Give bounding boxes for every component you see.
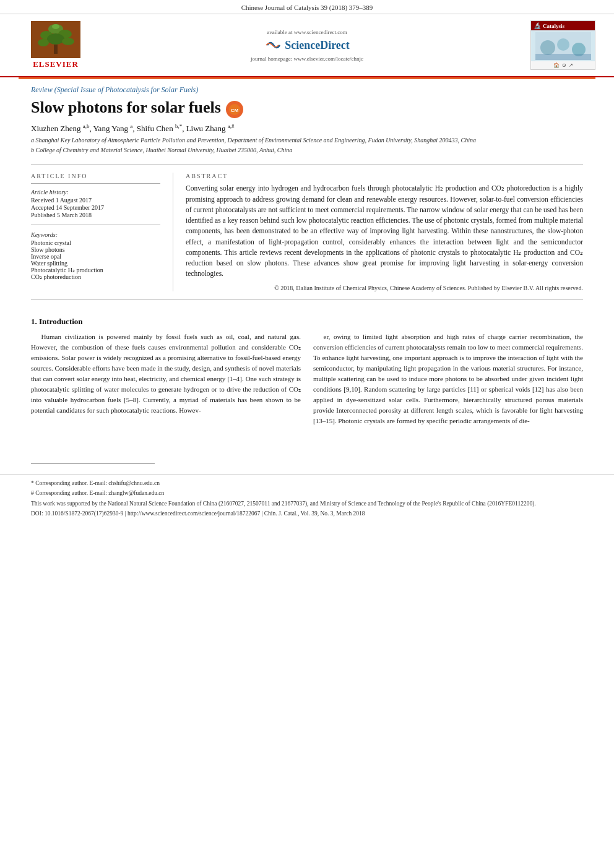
keyword-1: Photonic crystal: [31, 239, 160, 246]
article-info-label: ARTICLE INFO: [31, 173, 160, 179]
catalysis-journal-box: 🔬 Catalysis 🏠⊙↗: [530, 20, 595, 70]
elsevier-logo: ELSEVIER: [19, 21, 93, 69]
crossmark-badge: CM: [226, 101, 243, 118]
footnote-divider: [31, 463, 155, 464]
divider-2: [31, 299, 583, 299]
accepted-date: Accepted 14 September 2017: [31, 204, 160, 211]
page: Chinese Journal of Catalysis 39 (2018) 3…: [0, 0, 614, 868]
svg-point-5: [38, 39, 49, 46]
intro-col-2: er, owing to limited light absorption an…: [313, 332, 583, 426]
footnote-corresponding2: # Corresponding author. E-mail: zhanglw@…: [31, 489, 583, 497]
info-abstract-cols: ARTICLE INFO Article history: Received 1…: [0, 173, 614, 291]
sciencedirect-header: available at www.sciencedirect.com Scien…: [93, 29, 521, 62]
intro-heading-section: 1. Introduction: [0, 307, 614, 327]
sd-logo: ScienceDirect: [264, 39, 350, 52]
intro-body-cols: Human civilization is powered mainly by …: [0, 332, 614, 426]
sciencedirect-text: ScienceDirect: [285, 39, 350, 52]
footnote-corresponding1: * Corresponding author. E-mail: chshifu@…: [31, 479, 583, 488]
sd-homepage: journal homepage: www.elsevier.com/locat…: [251, 56, 363, 62]
svg-point-4: [47, 33, 64, 45]
journal-label: Chinese Journal of Catalysis 39 (2018) 3…: [0, 0, 614, 14]
svg-rect-7: [54, 45, 58, 54]
catalysis-image: [531, 30, 595, 61]
affiliation-a: a Shanghai Key Laboratory of Atmospheric…: [31, 136, 583, 145]
keyword-4: Water splitting: [31, 260, 160, 267]
footnote-doi: DOI: 10.1016/S1872-2067(17)62930-9 | htt…: [31, 510, 583, 518]
journal-title-bar: Chinese Journal of Catalysis 39 (2018) 3…: [241, 4, 373, 11]
keyword-5: Photocatalytic H₂ production: [31, 267, 160, 273]
svg-point-10: [540, 40, 555, 55]
intro-col1-text: Human civilization is powered mainly by …: [31, 332, 301, 416]
received-date: Received 1 August 2017: [31, 197, 160, 204]
intro-col-1: Human civilization is powered mainly by …: [31, 332, 301, 426]
catalysis-title: Catalysis: [543, 23, 564, 29]
svg-point-8: [52, 24, 59, 29]
intro-col2-text: er, owing to limited light absorption an…: [313, 332, 583, 426]
catalysis-box-area: 🔬 Catalysis 🏠⊙↗: [521, 20, 595, 70]
keyword-2: Slow photons: [31, 246, 160, 253]
article-title-row: Slow photons for solar fuels CM: [31, 98, 583, 118]
article-info-col: ARTICLE INFO Article history: Received 1…: [31, 173, 173, 291]
catalysis-footer-icons: 🏠⊙↗: [552, 61, 574, 69]
svg-rect-13: [535, 54, 591, 60]
header: ELSEVIER available at www.sciencedirect.…: [0, 14, 614, 77]
review-label: Review (Special Issue of Photocatalysis …: [31, 85, 583, 95]
keywords-label: Keywords:: [31, 231, 160, 238]
footnotes: * Corresponding author. E-mail: chshifu@…: [0, 474, 614, 525]
footnote-funding: This work was supported by the National …: [31, 500, 583, 508]
catalysis-header-bar: 🔬 Catalysis: [531, 21, 595, 30]
svg-text:CM: CM: [231, 108, 239, 113]
abstract-copyright: © 2018, Dalian Institute of Chemical Phy…: [186, 285, 583, 291]
abstract-label: ABSTRACT: [186, 173, 583, 179]
article-title-text: Slow photons for solar fuels: [31, 98, 221, 117]
svg-point-11: [557, 38, 569, 51]
elsevier-name: ELSEVIER: [33, 59, 79, 69]
elsevier-tree-icon: [31, 21, 80, 58]
intro-heading: 1. Introduction: [31, 317, 583, 327]
svg-point-6: [62, 38, 74, 45]
abstract-text: Converting solar energy into hydrogen an…: [186, 183, 583, 279]
authors-text: Xiuzhen Zheng a,b, Yang Yang a, Shifu Ch…: [31, 124, 235, 133]
keyword-3: Inverse opal: [31, 253, 160, 260]
keyword-6: CO₂ photoreduction: [31, 273, 160, 280]
authors-line: Xiuzhen Zheng a,b, Yang Yang a, Shifu Ch…: [31, 123, 583, 134]
history-label: Article history:: [31, 189, 160, 196]
published-date: Published 5 March 2018: [31, 212, 160, 218]
abstract-col: ABSTRACT Converting solar energy into hy…: [173, 173, 583, 291]
sd-available-text: available at www.sciencedirect.com: [267, 29, 347, 35]
divider-1: [31, 165, 583, 165]
affiliation-b: b College of Chemistry and Material Scie…: [31, 146, 583, 155]
review-section: Review (Special Issue of Photocatalysis …: [0, 79, 614, 157]
